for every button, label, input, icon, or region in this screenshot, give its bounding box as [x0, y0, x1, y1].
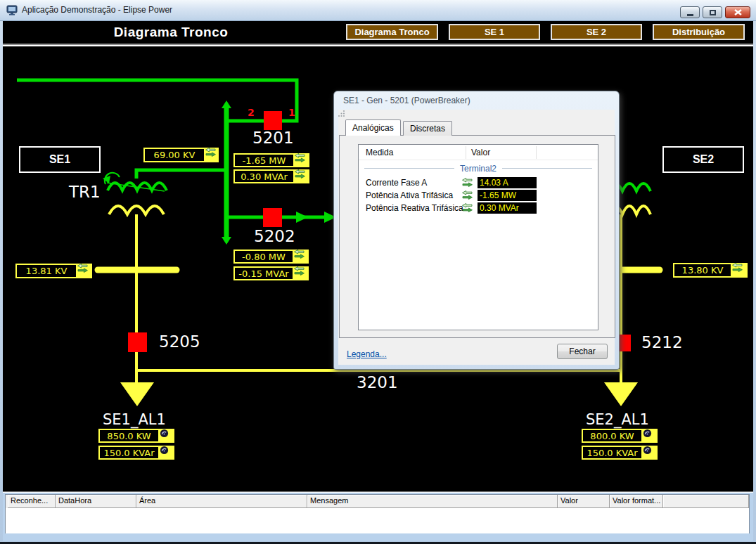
terminal-marker-1: 1 [288, 108, 295, 117]
measurement-kv-se1-transfer-button[interactable] [77, 264, 92, 278]
breaker-label-5212: 5212 [641, 333, 683, 351]
feeder-arrow-se1-al1 [120, 382, 154, 406]
window-titlebar[interactable]: Aplicação Demonstração - Elipse Power [0, 0, 756, 21]
feeder-label-se1-al1: SE1_AL1 [103, 410, 166, 429]
measurement-69kv: 69.00 KV [143, 148, 205, 162]
measurement-mw-5202: -0.80 MW [233, 250, 294, 264]
station-label-se1: SE1 [49, 153, 70, 166]
alarm-table: Reconhe... DataHora Área Mensagem Valor … [5, 494, 750, 533]
alarm-panel: Reconhe... DataHora Área Mensagem Valor … [3, 491, 753, 541]
bus-arrow-up-icon [222, 101, 231, 108]
group-line [502, 168, 592, 169]
feeder-se2-kvar: 150.0 KVAr [582, 446, 643, 460]
measurement-kv-se2: 13.80 KV [673, 263, 732, 278]
measurement-mw-5202-transfer-button[interactable] [294, 250, 309, 264]
measures-list[interactable]: Medida Valor Terminal2 C [358, 144, 598, 330]
dialog-titlebar[interactable]: SE1 - Gen - 5201 (PowerBreaker) [334, 91, 619, 110]
group-label: Terminal2 [460, 164, 496, 174]
breaker-5201[interactable] [264, 111, 282, 130]
close-button[interactable] [725, 6, 750, 18]
column-divider [466, 146, 466, 159]
close-icon [734, 9, 742, 15]
flow-arrow-icon [296, 212, 308, 223]
breaker-label-5201: 5201 [252, 129, 294, 147]
transfer-icon [462, 203, 473, 213]
nav-button-distribuicao[interactable]: Distribuição [653, 24, 745, 40]
alarm-column-mensagem[interactable]: Mensagem [307, 495, 558, 508]
nav-button-diagrama-tronco[interactable]: Diagrama Tronco [346, 24, 438, 40]
ltc-arrowhead-icon [103, 176, 110, 183]
resize-grip[interactable] [338, 110, 345, 117]
measures-list-header: Medida Valor [359, 145, 598, 160]
tab-panel-analogicas: Medida Valor Terminal2 C [339, 135, 615, 338]
window-title: Aplicação Demonstração - Elipse Power [22, 5, 172, 15]
terminal-marker-2: 2 [248, 108, 255, 117]
application-window: Aplicação Demonstração - Elipse Power Di… [0, 0, 756, 544]
tr1-secondary-winding[interactable] [109, 206, 164, 214]
column-header-valor[interactable]: Valor [471, 148, 490, 157]
alarm-table-body[interactable] [6, 508, 749, 533]
minimize-button[interactable] [680, 6, 700, 18]
alarm-column-filler [663, 495, 749, 508]
diagram-canvas: SE1 SE2 2 1 5201 5202 5205 5212 3201 TR1… [3, 46, 753, 491]
breaker-label-5202: 5202 [254, 227, 295, 245]
dialog-body: Analógicas Discretas Medida Valor [338, 110, 615, 365]
alarm-column-valor-formatado[interactable]: Valor format... [610, 495, 663, 508]
station-box-se1[interactable]: SE1 [19, 146, 101, 173]
column-divider [536, 146, 537, 159]
station-box-se2[interactable]: SE2 [662, 146, 744, 173]
measure-value: 14.03 A [478, 177, 537, 188]
group-line [364, 168, 454, 169]
nav-button-se2[interactable]: SE 2 [551, 24, 642, 40]
measure-value: -1.65 MW [478, 190, 537, 201]
breaker-5202[interactable] [263, 208, 282, 227]
breaker-5205[interactable] [128, 332, 147, 352]
alarm-column-datahora[interactable]: DataHora [56, 495, 136, 508]
minimize-icon [687, 14, 693, 16]
dialog-close-button[interactable]: Fechar [557, 344, 608, 359]
feeder-label-se2-al1: SE2_AL1 [586, 410, 649, 429]
feeder-se2-kw: 800.0 KW [582, 429, 643, 443]
feeder-se1-kvar: 150.0 KVAr [98, 446, 160, 460]
legend-link[interactable]: Legenda... [347, 349, 387, 359]
page-title: Diagrama Tronco [65, 25, 276, 40]
transfer-icon [462, 178, 473, 188]
breaker-dialog: SE1 - Gen - 5201 (PowerBreaker) Analógic… [333, 91, 620, 370]
maximize-button[interactable] [703, 6, 722, 18]
measurement-mvar-5202-transfer-button[interactable] [294, 266, 309, 280]
feeder-arrow-se2-al1 [604, 382, 638, 406]
measure-row: Corrente Fase A 14.03 A [359, 176, 598, 189]
breaker-label-3201: 3201 [357, 373, 398, 391]
measure-row: Potência Ativa Trifásica -1.65 MW [359, 189, 598, 202]
feeder-se2-kvar-gauge-button[interactable] [643, 446, 658, 460]
column-header-medida[interactable]: Medida [366, 148, 393, 157]
maximize-icon [710, 10, 716, 15]
tr1-hv-connection [136, 170, 226, 179]
bus-arrow-down-icon [222, 237, 231, 245]
breaker-label-5205: 5205 [159, 332, 200, 351]
measure-label: Corrente Fase A [366, 178, 427, 188]
measurement-mw-5201-transfer-button[interactable] [295, 153, 309, 167]
measure-label: Potência Reativa Trifásica [366, 203, 463, 213]
measurement-kv-se2-transfer-button[interactable] [732, 263, 748, 278]
tab-discretas[interactable]: Discretas [403, 121, 452, 136]
feeder-se1-kvar-gauge-button[interactable] [160, 446, 174, 460]
measure-label: Potência Ativa Trifásica [366, 190, 453, 200]
alarm-column-area[interactable]: Área [136, 495, 307, 508]
station-label-se2: SE2 [693, 153, 714, 166]
nav-button-se1[interactable]: SE 1 [449, 24, 540, 40]
alarm-column-reconhecimento[interactable]: Reconhe... [8, 495, 56, 508]
tab-analogicas[interactable]: Analógicas [345, 119, 401, 136]
app-header: Diagrama Tronco Diagrama Tronco SE 1 SE … [3, 21, 753, 44]
measurement-mvar-5201: 0.30 MVAr [233, 169, 295, 183]
group-row-terminal2: Terminal2 [359, 160, 598, 176]
feeder-se1-kw-gauge-button[interactable] [160, 429, 174, 443]
alarm-table-header: Reconhe... DataHora Área Mensagem Valor … [6, 495, 749, 508]
alarm-column-valor[interactable]: Valor [558, 495, 610, 508]
feeder-se2-kw-gauge-button[interactable] [643, 429, 658, 443]
measure-row: Potência Reativa Trifásica 0.30 MVAr [359, 202, 598, 214]
feeder-se1-kw: 850.0 KW [98, 429, 160, 443]
measurement-69kv-transfer-button[interactable] [205, 148, 219, 162]
measurement-mw-5201: -1.65 MW [233, 153, 295, 167]
measurement-mvar-5201-transfer-button[interactable] [295, 169, 309, 183]
